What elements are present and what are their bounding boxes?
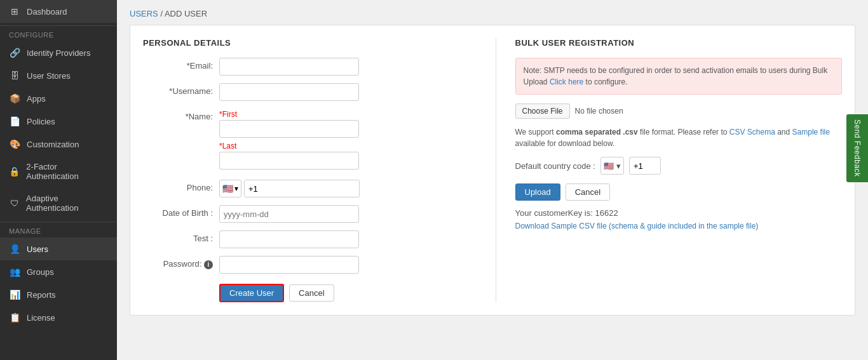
test-group: Test : xyxy=(143,230,470,248)
dashboard-icon: ⊞ xyxy=(9,6,20,17)
csv-sample-link[interactable]: Sample file xyxy=(792,128,830,137)
sidebar-item-adaptive-auth[interactable]: 🛡 Adaptive Authentication xyxy=(0,187,117,219)
sidebar-item-user-stores[interactable]: 🗄 User Stores xyxy=(0,64,117,87)
sidebar-label-dashboard: Dashboard xyxy=(27,7,67,17)
user-stores-icon: 🗄 xyxy=(9,70,20,81)
email-label: *Email: xyxy=(143,58,213,70)
name-subfields: *First *Last xyxy=(219,109,359,172)
adaptive-auth-icon: 🛡 xyxy=(9,198,20,208)
first-name-input[interactable] xyxy=(219,120,359,138)
customization-icon: 🎨 xyxy=(9,139,20,149)
sidebar-item-apps[interactable]: 📦 Apps xyxy=(0,87,117,110)
reports-icon: 📊 xyxy=(9,290,20,300)
personal-details-section: PERSONAL DETAILS *Email: *Username: *Nam… xyxy=(143,38,470,302)
country-code-label: Default country code : xyxy=(515,161,595,171)
sidebar-item-2fa[interactable]: 🔒 2-Factor Authentication xyxy=(0,156,117,187)
smtp-click-here-link[interactable]: Click here xyxy=(550,77,583,86)
choose-file-button[interactable]: Choose File xyxy=(515,103,570,119)
country-select[interactable]: 🇺🇸 ▾ xyxy=(600,157,624,175)
password-label: Password: i xyxy=(143,256,213,269)
create-user-button[interactable]: Create User xyxy=(219,284,284,302)
sidebar-item-license[interactable]: 📋 License xyxy=(0,306,117,329)
sidebar-item-dashboard[interactable]: ⊞ Dashboard xyxy=(0,0,117,23)
policies-icon: 📄 xyxy=(9,116,20,126)
sidebar-label-2fa: 2-Factor Authentication xyxy=(26,162,108,181)
bulk-cancel-button[interactable]: Cancel xyxy=(566,183,610,201)
sidebar-label-users: Users xyxy=(27,244,48,254)
personal-details-title: PERSONAL DETAILS xyxy=(143,38,470,48)
groups-icon: 👥 xyxy=(9,267,20,277)
upload-cancel-row: Upload Cancel xyxy=(515,183,843,201)
breadcrumb-users-link[interactable]: USERS xyxy=(130,9,158,18)
test-label: Test : xyxy=(143,230,213,243)
password-input[interactable] xyxy=(219,256,359,274)
breadcrumb: USERS / ADD USER xyxy=(117,0,868,25)
country-code-input[interactable] xyxy=(629,157,661,175)
last-sub-label: *Last xyxy=(219,142,359,150)
configure-section-label: Configure xyxy=(0,25,117,41)
phone-flag-selector[interactable]: 🇺🇸 ▾ xyxy=(219,180,241,197)
2fa-icon: 🔒 xyxy=(9,166,20,177)
sidebar-label-apps: Apps xyxy=(27,94,46,103)
dob-input-wrapper xyxy=(219,205,359,223)
sidebar-item-users[interactable]: 👤 Users xyxy=(0,237,117,260)
bulk-registration-section: BULK USER REGISTRATION Note: SMTP needs … xyxy=(496,38,843,302)
bulk-title: BULK USER REGISTRATION xyxy=(515,38,843,48)
country-flag: 🇺🇸 xyxy=(604,161,614,171)
csv-schema-link[interactable]: CSV Schema xyxy=(729,128,775,137)
sidebar-item-reports[interactable]: 📊 Reports xyxy=(0,283,117,306)
sidebar-item-policies[interactable]: 📄 Policies xyxy=(0,110,117,133)
password-group: Password: i xyxy=(143,256,470,274)
page-area: PERSONAL DETAILS *Email: *Username: *Nam… xyxy=(130,25,855,316)
form-actions: Create User Cancel xyxy=(143,284,470,302)
sidebar-label-user-stores: User Stores xyxy=(27,71,71,81)
users-icon: 👤 xyxy=(9,244,20,254)
sidebar-label-identity-providers: Identity Providers xyxy=(27,48,90,58)
username-label: *Username: xyxy=(143,83,213,96)
phone-flag-arrow: ▾ xyxy=(234,184,238,193)
smtp-note: Note: SMTP needs to be configured in ord… xyxy=(515,58,843,95)
country-dropdown-arrow: ▾ xyxy=(616,161,621,171)
phone-code-input[interactable] xyxy=(244,180,360,197)
identity-providers-icon: 🔗 xyxy=(9,48,20,58)
email-input[interactable] xyxy=(219,58,359,76)
send-feedback-button[interactable]: Send Feedback xyxy=(846,114,868,182)
cancel-button[interactable]: Cancel xyxy=(289,284,334,302)
dob-group: Date of Birth : xyxy=(143,205,470,223)
sidebar-label-policies: Policies xyxy=(27,117,55,126)
sidebar-item-groups[interactable]: 👥 Groups xyxy=(0,260,117,283)
phone-flag-icon: 🇺🇸 xyxy=(222,183,233,194)
sidebar-label-adaptive-auth: Adaptive Authentication xyxy=(26,194,108,213)
test-input-wrapper xyxy=(219,230,359,248)
password-info-icon[interactable]: i xyxy=(204,260,213,269)
phone-group: Phone: 🇺🇸 ▾ xyxy=(143,180,470,197)
download-sample-link[interactable]: Download Sample CSV file (schema & guide… xyxy=(515,222,843,230)
username-input[interactable] xyxy=(219,83,359,101)
license-icon: 📋 xyxy=(9,312,20,323)
breadcrumb-current: ADD USER xyxy=(165,9,207,18)
file-upload-row: Choose File No file chosen xyxy=(515,103,843,119)
upload-button[interactable]: Upload xyxy=(515,183,560,201)
sidebar-label-customization: Customization xyxy=(27,140,79,149)
sidebar-label-groups: Groups xyxy=(27,267,54,277)
sidebar-item-customization[interactable]: 🎨 Customization xyxy=(0,133,117,156)
username-group: *Username: xyxy=(143,83,470,101)
sidebar-label-license: License xyxy=(27,313,55,323)
smtp-note-suffix: to configure. xyxy=(583,77,627,86)
manage-section-label: Manage xyxy=(0,222,117,237)
phone-input-group: 🇺🇸 ▾ xyxy=(219,180,359,197)
sidebar: ⊞ Dashboard Configure 🔗 Identity Provide… xyxy=(0,0,117,360)
test-input[interactable] xyxy=(219,230,359,248)
last-name-input[interactable] xyxy=(219,152,359,170)
dob-input[interactable] xyxy=(219,205,359,223)
csv-info: We support comma separated .csv file for… xyxy=(515,126,843,149)
password-input-wrapper xyxy=(219,256,359,274)
apps-icon: 📦 xyxy=(9,93,20,103)
sidebar-item-identity-providers[interactable]: 🔗 Identity Providers xyxy=(0,41,117,64)
breadcrumb-separator: / xyxy=(158,9,165,18)
country-code-row: Default country code : 🇺🇸 ▾ xyxy=(515,157,843,175)
phone-label: Phone: xyxy=(143,180,213,192)
dob-label: Date of Birth : xyxy=(143,205,213,218)
send-feedback-widget[interactable]: Send Feedback xyxy=(846,114,868,182)
username-input-wrapper xyxy=(219,83,359,101)
